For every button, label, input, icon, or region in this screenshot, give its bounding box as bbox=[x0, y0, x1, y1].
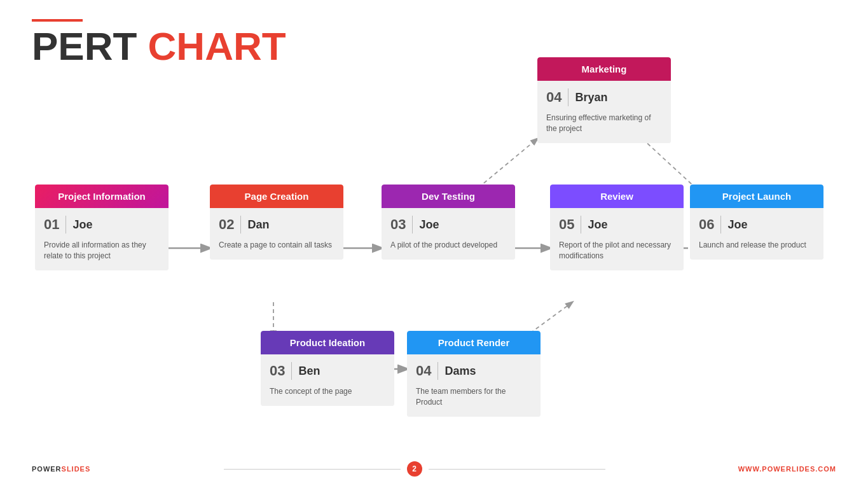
card-marketing-person: Bryan bbox=[575, 91, 607, 104]
card-product-render-person: Dams bbox=[444, 365, 476, 378]
card-project-launch-header: Project Launch bbox=[690, 185, 823, 208]
card-page-creation-person: Dan bbox=[247, 218, 269, 232]
card-dev-testing-number: 03 bbox=[390, 216, 406, 233]
card-dev-testing-desc: A pilot of the product developed bbox=[390, 240, 506, 251]
card-product-render-desc: The team members for the Product bbox=[416, 386, 532, 408]
footer-brand-slides: SLIDES bbox=[62, 465, 91, 473]
title-pert: PERT bbox=[32, 24, 148, 68]
page: PERT CHART bbox=[0, 0, 868, 488]
card-product-ideation-number: 03 bbox=[270, 363, 285, 379]
card-project-information-person: Joe bbox=[72, 218, 92, 232]
footer: POWERSLIDES 2 WWW.POWERLIDES.COM bbox=[32, 461, 836, 477]
card-review-person: Joe bbox=[588, 218, 607, 232]
card-product-ideation-person: Ben bbox=[298, 365, 320, 378]
card-product-ideation: Product Ideation 03 Ben The concept of t… bbox=[261, 331, 394, 406]
card-project-launch: Project Launch 06 Joe Launch and release… bbox=[690, 185, 823, 260]
footer-brand: POWERSLIDES bbox=[32, 465, 90, 473]
card-page-creation-header: Page Creation bbox=[210, 185, 343, 208]
footer-page-number: 2 bbox=[407, 461, 422, 477]
card-dev-testing-header: Dev Testing bbox=[382, 185, 515, 208]
card-page-creation: Page Creation 02 Dan Create a page to co… bbox=[210, 185, 343, 260]
card-project-information-header: Project Information bbox=[35, 185, 169, 208]
card-product-ideation-header: Product Ideation bbox=[261, 331, 394, 354]
card-marketing-header: Marketing bbox=[537, 57, 671, 81]
card-product-ideation-desc: The concept of the page bbox=[270, 386, 385, 397]
card-marketing-desc: Ensuring effective marketing of the proj… bbox=[546, 113, 662, 134]
card-review-number: 05 bbox=[559, 216, 574, 233]
card-product-render-number: 04 bbox=[416, 363, 431, 379]
card-product-render: Product Render 04 Dams The team members … bbox=[407, 331, 541, 417]
page-title: PERT CHART bbox=[32, 27, 836, 66]
card-dev-testing-person: Joe bbox=[419, 218, 439, 232]
card-product-render-header: Product Render bbox=[407, 331, 541, 354]
card-review: Review 05 Joe Report of the pilot and ne… bbox=[550, 185, 684, 270]
card-review-header: Review bbox=[550, 185, 684, 208]
card-marketing: Marketing 04 Bryan Ensuring effective ma… bbox=[537, 57, 671, 143]
card-project-information-number: 01 bbox=[44, 216, 59, 233]
card-project-information-desc: Provide all information as they relate t… bbox=[44, 240, 160, 261]
footer-center: 2 bbox=[224, 461, 605, 477]
card-dev-testing: Dev Testing 03 Joe A pilot of the produc… bbox=[382, 185, 515, 260]
card-review-desc: Report of the pilot and necessary modifi… bbox=[559, 240, 675, 261]
title-chart: CHART bbox=[148, 24, 286, 68]
card-page-creation-number: 02 bbox=[219, 216, 234, 233]
header-line bbox=[32, 19, 83, 22]
card-project-launch-desc: Launch and release the product bbox=[699, 240, 815, 251]
card-page-creation-desc: Create a page to contain all tasks bbox=[219, 240, 334, 251]
card-project-information: Project Information 01 Joe Provide all i… bbox=[35, 185, 169, 270]
card-project-launch-number: 06 bbox=[699, 216, 714, 233]
card-project-launch-person: Joe bbox=[727, 218, 747, 232]
card-marketing-number: 04 bbox=[546, 89, 561, 106]
footer-url: WWW.POWERLIDES.COM bbox=[738, 465, 836, 473]
